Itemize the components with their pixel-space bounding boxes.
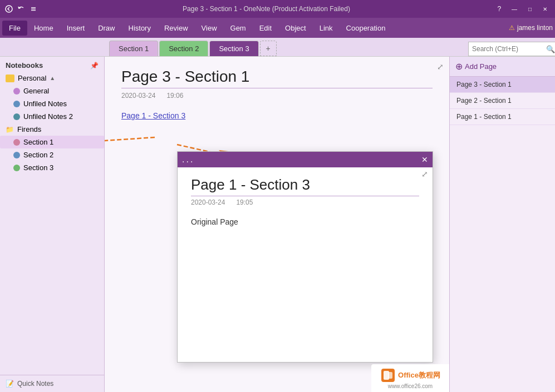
notebooks-header: Notebooks 📌 xyxy=(0,57,104,72)
popup-meta: 2020-03-24 19:05 xyxy=(191,199,419,206)
sidebar-item-firends[interactable]: 📁 Firends xyxy=(0,123,104,136)
tab-section2[interactable]: Section 2 xyxy=(159,41,208,56)
titlebar-left xyxy=(4,4,38,13)
sidebar-item-general[interactable]: General xyxy=(0,85,104,97)
sidebar-item-unfiled-notes[interactable]: Unfiled Notes xyxy=(0,97,104,110)
page-time: 19:06 xyxy=(166,92,183,100)
plus-icon: ⊕ xyxy=(455,61,463,72)
svg-rect-3 xyxy=(31,10,36,11)
section-color-icon xyxy=(13,152,20,158)
svg-rect-2 xyxy=(31,9,36,9)
menu-view[interactable]: View xyxy=(195,21,224,36)
section-color-icon xyxy=(13,88,20,95)
warning-icon: ⚠ xyxy=(509,24,515,32)
back-icon[interactable] xyxy=(4,4,13,13)
svg-rect-10 xyxy=(388,372,392,379)
popup-content: Page 1 - Section 3 2020-03-24 19:05 Orig… xyxy=(178,167,433,235)
page-content: ⤢ Page 3 - Section 1 2020-03-24 19:06 Pa… xyxy=(105,57,449,132)
expand-icon[interactable]: ⤢ xyxy=(437,62,444,71)
sidebar-item-section1[interactable]: Section 1 xyxy=(0,136,104,148)
search-input[interactable] xyxy=(468,42,555,56)
section-label: Unfiled Notes xyxy=(23,100,67,108)
sidebar-item-unfiled-notes2[interactable]: Unfiled Notes 2 xyxy=(0,110,104,123)
minimize-button[interactable]: — xyxy=(508,5,520,13)
quick-notes-label: Quick Notes xyxy=(17,380,53,388)
window-title: Page 3 - Section 1 - OneNote (Product Ac… xyxy=(183,5,350,13)
help-button[interactable]: ? xyxy=(495,4,504,13)
section-label: Section 3 xyxy=(23,163,53,172)
tab-section3[interactable]: Section 3 xyxy=(209,41,258,56)
menu-history[interactable]: History xyxy=(122,21,158,36)
main-layout: Notebooks 📌 Personal ▲ General Unfiled N… xyxy=(0,57,555,392)
notebook-label: Personal xyxy=(18,74,46,82)
add-page-button[interactable]: ⊕ Add Page xyxy=(450,57,555,77)
section-color-icon xyxy=(13,165,20,171)
page-date: 2020-03-24 xyxy=(121,92,155,100)
section-label: Section 1 xyxy=(23,138,53,146)
svg-line-4 xyxy=(105,137,155,143)
page-meta: 2020-03-24 19:06 xyxy=(121,92,433,100)
menu-review[interactable]: Review xyxy=(158,21,195,36)
search-icon[interactable]: 🔍 xyxy=(546,45,555,53)
menu-link[interactable]: Link xyxy=(313,21,340,36)
watermark-text: Office教程网 xyxy=(398,370,440,380)
group-label: Firends xyxy=(17,125,41,133)
content-area: ⤢ Page 3 - Section 1 2020-03-24 19:06 Pa… xyxy=(105,57,449,392)
menu-home[interactable]: Home xyxy=(27,21,60,36)
tab-section1[interactable]: Section 1 xyxy=(109,41,158,56)
popup-close-button[interactable]: ✕ xyxy=(421,155,428,164)
popup-time: 19:05 xyxy=(236,199,253,206)
sidebar-item-section2[interactable]: Section 2 xyxy=(0,148,104,161)
section-color-icon xyxy=(13,139,20,146)
watermark: Office教程网 www.office26.com xyxy=(371,364,449,392)
pin-button[interactable]: 📌 xyxy=(90,62,99,70)
menu-draw[interactable]: Draw xyxy=(91,21,121,36)
undo-icon[interactable] xyxy=(17,4,26,13)
svg-point-0 xyxy=(6,6,12,12)
notebook-personal[interactable]: Personal ▲ xyxy=(0,72,104,85)
office-icon xyxy=(380,368,396,383)
section-label: Section 2 xyxy=(23,151,53,159)
page-title: Page 3 - Section 1 xyxy=(121,68,433,88)
section-label: General xyxy=(23,87,49,95)
menubar-right: ⚠ james linton xyxy=(509,24,553,32)
menubar: File Home Insert Draw History Review Vie… xyxy=(0,18,555,38)
menu-object[interactable]: Object xyxy=(278,21,313,36)
popup-window: ... ✕ ⤢ Page 1 - Section 3 2020-03-24 19… xyxy=(177,151,433,363)
maximize-button[interactable]: □ xyxy=(525,5,535,13)
sidebar: Notebooks 📌 Personal ▲ General Unfiled N… xyxy=(0,57,105,392)
folder-icon-small: 📁 xyxy=(6,126,14,133)
chevron-up-icon: ▲ xyxy=(50,75,55,81)
page-link[interactable]: Page 1 - Section 3 xyxy=(121,111,185,120)
add-page-label: Add Page xyxy=(465,62,497,71)
username[interactable]: james linton xyxy=(517,24,553,32)
watermark-url: www.office26.com xyxy=(388,383,433,389)
popup-expand-icon[interactable]: ⤢ xyxy=(421,170,428,178)
menu-cooperation[interactable]: Cooperation xyxy=(340,21,392,36)
popup-dots: ... xyxy=(182,155,194,165)
search-container: 🔍 xyxy=(468,42,555,56)
menu-edit[interactable]: Edit xyxy=(253,21,278,36)
page-list-item[interactable]: Page 1 - Section 1 xyxy=(450,109,555,125)
section-color-icon xyxy=(13,101,20,107)
page-list-item[interactable]: Page 3 - Section 1 xyxy=(450,77,555,93)
menu-gem[interactable]: Gem xyxy=(224,21,253,36)
popup-titlebar: ... ✕ xyxy=(178,152,433,167)
section-color-icon xyxy=(13,113,20,120)
menu-insert[interactable]: Insert xyxy=(60,21,92,36)
svg-rect-1 xyxy=(31,7,36,8)
titlebar-right: ? — □ ✕ xyxy=(495,4,551,13)
user-info: ⚠ james linton xyxy=(509,24,553,32)
watermark-logo: Office教程网 xyxy=(380,368,440,383)
quick-notes-item[interactable]: 📝 Quick Notes xyxy=(0,375,104,392)
page-list-item[interactable]: Page 2 - Section 1 xyxy=(450,93,555,109)
tabs-row: Section 1 Section 2 Section 3 + 🔍 xyxy=(0,38,555,57)
notebooks-label: Notebooks xyxy=(6,61,43,70)
menu-file[interactable]: File xyxy=(2,21,27,36)
titlebar: Page 3 - Section 1 - OneNote (Product Ac… xyxy=(0,0,555,18)
popup-date: 2020-03-24 xyxy=(191,199,225,206)
close-button[interactable]: ✕ xyxy=(539,5,551,13)
sidebar-item-section3[interactable]: Section 3 xyxy=(0,161,104,174)
add-tab-button[interactable]: + xyxy=(260,41,277,56)
customize-icon[interactable] xyxy=(29,4,38,13)
